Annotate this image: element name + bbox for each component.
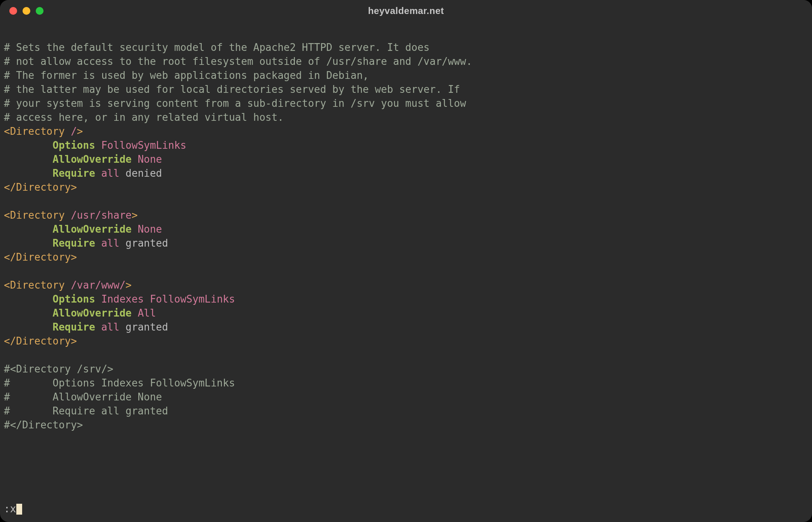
code-segment: [4, 223, 52, 235]
editor-line[interactable]: Require all granted: [4, 320, 808, 334]
code-segment: >: [125, 279, 132, 291]
code-segment: <Directory: [4, 125, 71, 137]
editor-line[interactable]: Options Indexes FollowSymLinks: [4, 292, 808, 306]
editor-line[interactable]: <Directory />: [4, 124, 808, 138]
editor-line[interactable]: [4, 348, 808, 362]
code-segment: AllowOverride: [52, 153, 132, 165]
code-segment: <Directory: [4, 279, 71, 291]
code-segment: granted: [119, 237, 168, 249]
editor-line[interactable]: # access here, or in any related virtual…: [4, 110, 808, 124]
code-segment: #<Directory /srv/>: [4, 363, 113, 375]
code-segment: [132, 307, 138, 319]
code-segment: Require: [52, 167, 95, 179]
code-segment: </Directory>: [4, 335, 77, 347]
terminal-window: heyvaldemar.net # Sets the default secur…: [0, 0, 812, 522]
code-segment: [4, 265, 10, 277]
code-segment: Require: [52, 321, 95, 333]
code-segment: All: [138, 307, 156, 319]
editor-line[interactable]: # your system is serving content from a …: [4, 96, 808, 110]
editor-line[interactable]: Require all granted: [4, 236, 808, 250]
minimize-icon[interactable]: [23, 7, 30, 15]
code-segment: granted: [119, 321, 168, 333]
code-segment: # the latter may be used for local direc…: [4, 84, 460, 95]
code-segment: [95, 139, 101, 151]
editor-line[interactable]: # Options Indexes FollowSymLinks: [4, 376, 808, 390]
editor-line[interactable]: Options FollowSymLinks: [4, 138, 808, 152]
code-segment: </Directory>: [4, 181, 77, 193]
code-segment: [4, 307, 52, 319]
editor-line[interactable]: </Directory>: [4, 250, 808, 264]
code-segment: [95, 321, 101, 333]
code-segment: # Sets the default security model of the…: [4, 42, 430, 53]
code-segment: denied: [119, 167, 162, 179]
code-segment: <Directory: [4, 209, 71, 221]
editor-line[interactable]: # Require all granted: [4, 404, 808, 418]
editor-line[interactable]: <Directory /var/www/>: [4, 278, 808, 292]
editor-line[interactable]: #<Directory /srv/>: [4, 362, 808, 376]
code-segment: Options: [52, 293, 95, 305]
code-segment: [4, 167, 52, 179]
editor-line[interactable]: # Sets the default security model of the…: [4, 40, 808, 54]
titlebar: heyvaldemar.net: [0, 0, 812, 22]
editor-line[interactable]: # not allow access to the root filesyste…: [4, 54, 808, 68]
code-segment: </Directory>: [4, 251, 77, 263]
code-segment: AllowOverride: [52, 223, 132, 235]
editor-line[interactable]: Require all denied: [4, 166, 808, 180]
code-segment: Options: [52, 139, 95, 151]
code-segment: all: [101, 167, 119, 179]
editor-line[interactable]: #</Directory>: [4, 418, 808, 432]
vim-command-line[interactable]: :x: [4, 502, 22, 516]
code-segment: all: [101, 321, 119, 333]
code-segment: #</Directory>: [4, 419, 83, 431]
code-segment: Indexes: [101, 293, 144, 305]
editor-line[interactable]: # The former is used by web applications…: [4, 68, 808, 82]
code-segment: [132, 153, 138, 165]
code-segment: None: [138, 153, 162, 165]
code-segment: all: [101, 237, 119, 249]
code-segment: FollowSymLinks: [150, 293, 235, 305]
editor-line[interactable]: [4, 194, 808, 208]
zoom-icon[interactable]: [36, 7, 44, 15]
editor-line[interactable]: # the latter may be used for local direc…: [4, 82, 808, 96]
code-segment: # not allow access to the root filesyste…: [4, 56, 472, 67]
code-segment: Require: [52, 237, 95, 249]
code-segment: [4, 237, 52, 249]
code-segment: [95, 237, 101, 249]
code-segment: FollowSymLinks: [101, 139, 186, 151]
code-segment: # your system is serving content from a …: [4, 97, 466, 109]
code-segment: # access here, or in any related virtual…: [4, 111, 284, 123]
window-controls: [9, 7, 44, 15]
code-segment: # The former is used by web applications…: [4, 70, 369, 81]
editor-content[interactable]: # Sets the default security model of the…: [4, 40, 808, 432]
code-segment: [95, 293, 101, 305]
editor-line[interactable]: # AllowOverride None: [4, 390, 808, 404]
code-segment: [132, 223, 138, 235]
editor-line[interactable]: AllowOverride None: [4, 222, 808, 236]
code-segment: [95, 167, 101, 179]
close-icon[interactable]: [9, 7, 17, 15]
cursor-icon: [16, 504, 22, 515]
editor-line[interactable]: <Directory /usr/share>: [4, 208, 808, 222]
window-title: heyvaldemar.net: [0, 5, 812, 16]
code-segment: [4, 139, 52, 151]
code-segment: [4, 195, 10, 207]
code-segment: >: [77, 125, 83, 137]
code-segment: /var/www/: [71, 279, 125, 291]
code-segment: [4, 349, 10, 361]
code-segment: >: [132, 209, 138, 221]
code-segment: AllowOverride: [52, 307, 132, 319]
code-segment: # Options Indexes FollowSymLinks: [4, 377, 235, 389]
code-segment: /usr/share: [71, 209, 132, 221]
terminal-body[interactable]: # Sets the default security model of the…: [0, 22, 812, 522]
editor-line[interactable]: AllowOverride All: [4, 306, 808, 320]
editor-line[interactable]: </Directory>: [4, 334, 808, 348]
editor-line[interactable]: [4, 264, 808, 278]
editor-line[interactable]: AllowOverride None: [4, 152, 808, 166]
code-segment: [4, 321, 52, 333]
editor-line[interactable]: </Directory>: [4, 180, 808, 194]
vim-command-text: :x: [4, 503, 16, 515]
code-segment: # Require all granted: [4, 405, 168, 417]
code-segment: [4, 153, 52, 165]
code-segment: None: [138, 223, 162, 235]
code-segment: [144, 293, 150, 305]
